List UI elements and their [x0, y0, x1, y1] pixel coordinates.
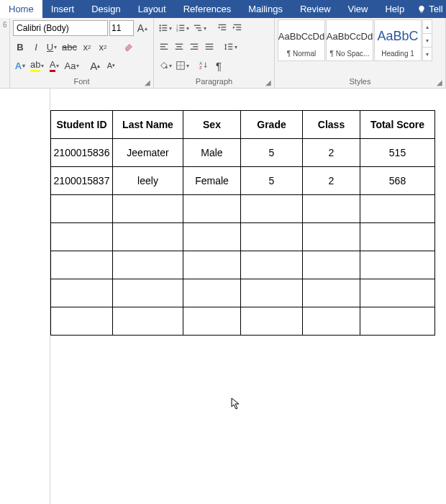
style-heading-1[interactable]: AaBbC Heading 1: [374, 19, 422, 61]
table-cell[interactable]: [360, 251, 435, 279]
table-cell[interactable]: [241, 195, 303, 223]
table-row[interactable]: [51, 279, 435, 307]
table-cell[interactable]: Female: [183, 167, 241, 195]
table-row[interactable]: 2100015836JeematerMale52515: [51, 139, 435, 167]
tab-review[interactable]: Review: [291, 0, 340, 18]
gallery-more-button[interactable]: ▾: [423, 48, 432, 60]
shrink-font-a-button[interactable]: A▾: [104, 58, 118, 73]
table-cell[interactable]: 2100015837: [51, 167, 113, 195]
table-cell[interactable]: [183, 195, 241, 223]
table-cell[interactable]: [303, 195, 360, 223]
sort-button[interactable]: AZ: [196, 58, 211, 73]
table-cell[interactable]: [241, 307, 303, 336]
table-row[interactable]: [51, 195, 435, 223]
table-row[interactable]: 2100015837leelyFemale52568: [51, 167, 435, 195]
line-spacing-button[interactable]: ▾: [222, 40, 239, 54]
table-cell[interactable]: [241, 251, 303, 279]
underline-button[interactable]: U▾: [45, 40, 59, 54]
table-cell[interactable]: [360, 279, 435, 307]
subscript-button[interactable]: x2: [80, 40, 94, 54]
strikethrough-button[interactable]: abc: [60, 40, 78, 54]
table-row[interactable]: [51, 307, 435, 336]
header-class[interactable]: Class: [303, 111, 360, 139]
table-cell[interactable]: [360, 195, 435, 223]
clear-formatting-button[interactable]: [122, 40, 136, 54]
table-cell[interactable]: 515: [360, 139, 435, 167]
numbering-button[interactable]: 123▾: [174, 21, 191, 35]
align-right-button[interactable]: [187, 40, 201, 54]
justify-button[interactable]: [202, 40, 217, 54]
font-dialog-launcher[interactable]: ◢: [143, 78, 152, 86]
font-color-button[interactable]: A▾: [47, 58, 61, 73]
tab-references[interactable]: References: [175, 0, 240, 18]
table-cell[interactable]: [303, 251, 360, 279]
table-row[interactable]: [51, 223, 435, 251]
gallery-up-button[interactable]: ▴: [423, 20, 432, 34]
table-cell[interactable]: [303, 307, 360, 336]
tab-insert[interactable]: Insert: [42, 0, 83, 18]
table-cell[interactable]: [183, 223, 241, 251]
superscript-button[interactable]: x2: [96, 40, 110, 54]
table-cell[interactable]: 2: [303, 139, 360, 167]
table-cell[interactable]: [113, 279, 183, 307]
table-header-row[interactable]: Student ID Last Name Sex Grade Class Tot…: [51, 111, 435, 139]
multilevel-list-button[interactable]: ▾: [191, 21, 208, 35]
table-cell[interactable]: 2: [303, 167, 360, 195]
align-left-button[interactable]: [157, 40, 171, 54]
table-cell[interactable]: [303, 279, 360, 307]
grow-font-button[interactable]: A▴: [135, 21, 150, 35]
decrease-indent-button[interactable]: [215, 21, 229, 35]
tab-layout[interactable]: Layout: [129, 0, 175, 18]
bold-button[interactable]: B: [13, 40, 27, 54]
header-student-id[interactable]: Student ID: [51, 111, 113, 139]
student-table[interactable]: Student ID Last Name Sex Grade Class Tot…: [50, 110, 435, 336]
grow-font-a-button[interactable]: A▴: [88, 58, 102, 73]
font-name-input[interactable]: [13, 20, 108, 36]
show-marks-button[interactable]: ¶: [211, 58, 226, 73]
highlight-button[interactable]: ab▾: [29, 58, 45, 73]
style-no-spacing[interactable]: AaBbCcDd ¶ No Spac...: [326, 19, 373, 61]
table-cell[interactable]: [303, 223, 360, 251]
gallery-down-button[interactable]: ▾: [423, 34, 432, 48]
font-size-input[interactable]: [109, 20, 134, 36]
table-cell[interactable]: [51, 307, 113, 336]
shading-button[interactable]: ▾: [157, 58, 173, 73]
document-page[interactable]: Student ID Last Name Sex Grade Class Tot…: [50, 89, 446, 504]
table-cell[interactable]: [51, 251, 113, 279]
table-cell[interactable]: 568: [360, 167, 435, 195]
table-row[interactable]: [51, 251, 435, 279]
table-cell[interactable]: leely: [113, 167, 183, 195]
table-cell[interactable]: [241, 279, 303, 307]
tab-view[interactable]: View: [340, 0, 377, 18]
table-cell[interactable]: 2100015836: [51, 139, 113, 167]
table-cell[interactable]: [113, 307, 183, 336]
align-center-button[interactable]: [172, 40, 186, 54]
tab-help[interactable]: Help: [376, 0, 413, 18]
table-cell[interactable]: [51, 279, 113, 307]
paragraph-dialog-launcher[interactable]: ◢: [264, 78, 273, 86]
table-cell[interactable]: [113, 195, 183, 223]
header-grade[interactable]: Grade: [241, 111, 303, 139]
tab-home[interactable]: Home: [0, 0, 42, 18]
bullets-button[interactable]: ▾: [157, 21, 173, 35]
table-cell[interactable]: [241, 223, 303, 251]
borders-button[interactable]: ▾: [174, 58, 191, 73]
tell-me[interactable]: Tell: [413, 0, 446, 18]
table-cell[interactable]: [183, 279, 241, 307]
header-last-name[interactable]: Last Name: [113, 111, 183, 139]
table-cell[interactable]: [360, 307, 435, 336]
table-cell[interactable]: Male: [183, 139, 241, 167]
style-normal[interactable]: AaBbCcDd ¶ Normal: [278, 19, 325, 61]
table-cell[interactable]: [360, 223, 435, 251]
change-case-button[interactable]: Aa▾: [63, 58, 81, 73]
table-cell[interactable]: Jeemater: [113, 139, 183, 167]
table-cell[interactable]: [51, 195, 113, 223]
table-cell[interactable]: [183, 251, 241, 279]
increase-indent-button[interactable]: [230, 21, 245, 35]
header-total-score[interactable]: Total Score: [360, 111, 435, 139]
tab-design[interactable]: Design: [83, 0, 129, 18]
text-effects-button[interactable]: A▾: [13, 58, 27, 73]
italic-button[interactable]: I: [29, 40, 43, 54]
table-cell[interactable]: 5: [241, 139, 303, 167]
tab-mailings[interactable]: Mailings: [240, 0, 291, 18]
